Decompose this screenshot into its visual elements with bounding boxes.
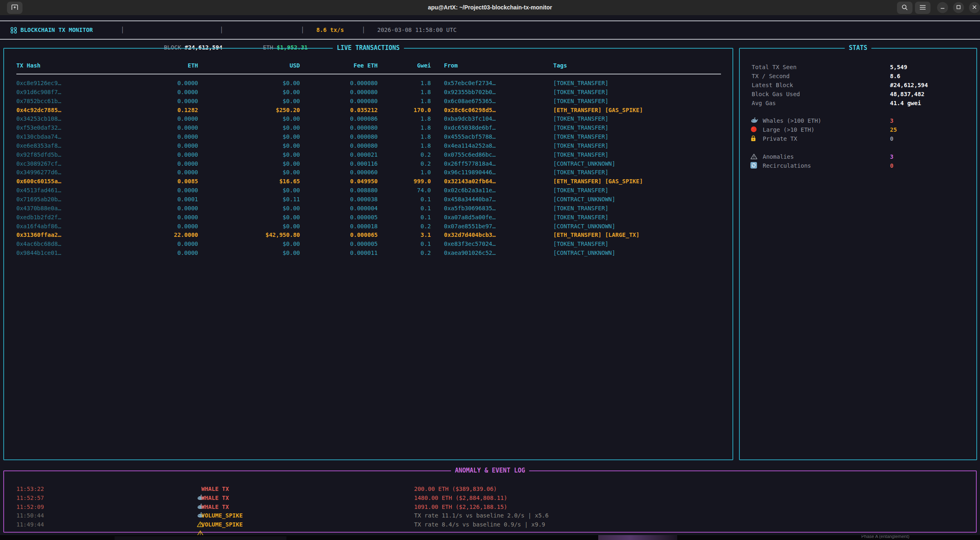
stat-value: 3 <box>890 116 893 125</box>
col-header-from: From <box>431 62 553 69</box>
table-row: 0xc3089267cf… 0.0000 $0.00 0.000116 0.2 … <box>16 160 721 169</box>
tx-tags: [TOKEN_TRANSFER] <box>553 97 721 106</box>
tx-eth: 0.0000 <box>139 186 198 195</box>
tx-usd: $250.20 <box>198 106 300 115</box>
tx-gwei: 0.1 <box>378 195 431 204</box>
tx-from: 0x02c6b2a3a11e… <box>431 186 553 195</box>
tx-eth: 0.0000 <box>139 168 198 177</box>
tx-fee: 0.008880 <box>300 186 378 195</box>
tx-gwei: 1.0 <box>378 168 431 177</box>
stat-label: Avg Gas <box>752 99 776 108</box>
close-button[interactable] <box>969 2 980 13</box>
tx-eth: 0.0000 <box>139 204 198 213</box>
tx-gwei: 1.8 <box>378 79 431 88</box>
tx-hash: 0x600c60155a… <box>16 177 139 186</box>
lock-icon <box>750 135 756 144</box>
tx-usd: $0.00 <box>198 168 300 177</box>
tx-eth: 0.0085 <box>139 177 198 186</box>
event-type: WHALE TX <box>201 485 229 494</box>
tx-usd: $42,950.80 <box>198 231 300 240</box>
tx-from: 0x57ebc0ef2734… <box>431 79 553 88</box>
tx-tags: [TOKEN_TRANSFER] <box>553 88 721 97</box>
maximize-button[interactable] <box>953 2 964 13</box>
stat-value: 25 <box>890 125 897 134</box>
table-row: 0x34996277d6… 0.0000 $0.00 0.000060 1.0 … <box>16 168 721 177</box>
tx-fee: 0.000060 <box>300 168 378 177</box>
tx-hash: 0x7852bcc61b… <box>16 97 139 106</box>
tx-from: 0xa5fb30696835… <box>431 204 553 213</box>
search-button[interactable] <box>897 2 912 14</box>
tx-hash: 0xa16f4abf86… <box>16 222 139 231</box>
stat-row: Anomalies3 <box>740 152 976 161</box>
tx-gwei: 0.2 <box>378 249 431 258</box>
event-type: VOLUME_SPIKE <box>201 520 243 529</box>
stat-label: Latest Block <box>752 81 793 90</box>
tx-tags: [TOKEN_TRANSFER] <box>553 124 721 133</box>
tx-gwei: 3.1 <box>378 231 431 240</box>
tx-hash: 0x4ac6bc68d8… <box>16 240 139 249</box>
app-title: BLOCKCHAIN TX MONITOR <box>20 21 93 39</box>
stat-label: Recirculations <box>763 161 811 170</box>
stat-row: TX / Second8.6 <box>740 72 976 81</box>
tx-usd: $0.00 <box>198 160 300 169</box>
minimize-button[interactable] <box>937 2 948 13</box>
tx-fee: 0.000021 <box>300 151 378 160</box>
event-log-row: 11:52:09 WHALE TX1091.00 ETH ($2,126,188… <box>4 503 976 512</box>
tx-eth: 0.0000 <box>139 79 198 88</box>
menu-button[interactable] <box>915 2 930 14</box>
event-detail: 200.00 ETH ($389,839.06) <box>414 485 497 494</box>
app-header: BLOCKCHAIN TX MONITOR │ BLOCK #24,612,59… <box>0 20 980 40</box>
stat-value: 5,549 <box>890 63 907 72</box>
event-detail: TX rate 11.1/s vs baseline 2.0/s | x5.6 <box>414 511 549 520</box>
panel-title-event-log: ANOMALY & EVENT LOG <box>451 467 529 474</box>
tx-tags: [TOKEN_TRANSFER] <box>553 213 721 222</box>
stat-label: Total TX Seen <box>752 63 797 72</box>
event-time: 11:52:09 <box>16 503 44 512</box>
tx-fee: 0.000086 <box>300 115 378 124</box>
panel-title-live-transactions: LIVE TRANSACTIONS <box>333 44 404 52</box>
tx-tags: [TOKEN_TRANSFER] <box>553 151 721 160</box>
tx-gwei: 74.0 <box>378 186 431 195</box>
tx-usd: $0.00 <box>198 204 300 213</box>
tx-eth: 0.1282 <box>139 106 198 115</box>
col-header-tags: Tags <box>553 62 721 69</box>
tx-tags: [TOKEN_TRANSFER] <box>553 79 721 88</box>
blockchain-chain-icon <box>10 27 18 35</box>
tx-eth: 0.0000 <box>139 240 198 249</box>
tx-from: 0x4555acbf5788… <box>431 133 553 142</box>
stat-value: 8.6 <box>890 72 900 81</box>
tx-tags: [CONTRACT_UNKNOWN] <box>553 222 721 231</box>
stat-value: 41.4 gwei <box>890 99 921 108</box>
tx-usd: $0.00 <box>198 88 300 97</box>
maximize-icon <box>956 4 961 11</box>
table-row: 0x92f85dfd5b… 0.0000 $0.00 0.000021 0.2 … <box>16 151 721 160</box>
tx-gwei: 0.1 <box>378 240 431 249</box>
tx-eth: 0.0000 <box>139 249 198 258</box>
tx-table-body: 0xc8e9126ec9… 0.0000 $0.00 0.000080 1.8 … <box>16 79 721 258</box>
table-row: 0xedb1b2fd2f… 0.0000 $0.00 0.000005 0.1 … <box>16 213 721 222</box>
col-header-gwei: Gwei <box>378 62 431 69</box>
tx-tags: [ETH_TRANSFER] [GAS_SPIKE] <box>553 106 721 115</box>
tx-tags: [CONTRACT_UNKNOWN] <box>553 249 721 258</box>
event-time: 11:53:22 <box>16 485 44 494</box>
tx-from: 0x4ea114a252a8… <box>431 142 553 151</box>
header-separator: │ <box>362 21 365 39</box>
tx-usd: $0.00 <box>198 124 300 133</box>
tx-gwei: 0.2 <box>378 160 431 169</box>
tx-hash: 0xc3089267cf… <box>16 160 139 169</box>
tx-fee: 0.000080 <box>300 88 378 97</box>
tx-usd: $0.00 <box>198 151 300 160</box>
tx-gwei: 1.8 <box>378 133 431 142</box>
stats-anomaly-rows: Anomalies3 Recirculations0 <box>740 152 976 170</box>
screen: apu@ArtX: ~/Project03-blockchain-tx-moni… <box>0 0 980 540</box>
event-log-panel: ANOMALY & EVENT LOG 11:53:22 WHALE TX200… <box>3 470 977 533</box>
col-header-eth: ETH <box>139 62 198 69</box>
tx-table-header: TX Hash ETH USD Fee ETH Gwei From Tags <box>16 62 721 69</box>
table-row: 0x31360ffaa2… 22.0000 $42,950.80 0.00006… <box>16 231 721 240</box>
event-log-row: 11:50:44 VOLUME_SPIKETX rate 11.1/s vs b… <box>4 511 976 520</box>
tx-hash: 0x4513fad461… <box>16 186 139 195</box>
tx-usd: $0.00 <box>198 79 300 88</box>
tx-fee: 0.049950 <box>300 177 378 186</box>
tx-from: 0xe83f3ec57024… <box>431 240 553 249</box>
tx-tags: [CONTRACT_UNKNOWN] <box>553 195 721 204</box>
